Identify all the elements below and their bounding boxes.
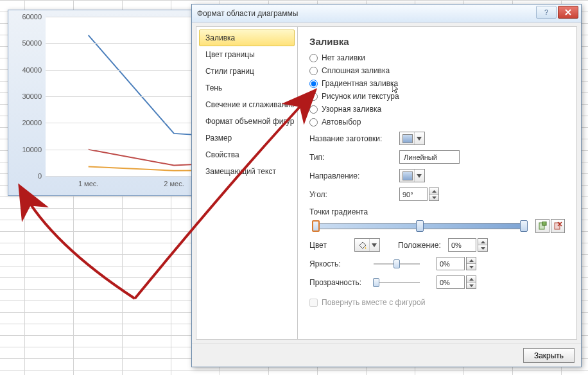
y-tick-label: 30000	[22, 92, 42, 100]
radio-input[interactable]	[309, 67, 318, 75]
category-item[interactable]: Заливка	[199, 30, 295, 46]
category-item[interactable]: Формат объемной фигуры	[199, 113, 295, 130]
svg-rect-1	[542, 222, 546, 225]
direction-label: Направление:	[309, 171, 399, 180]
fill-type-option[interactable]: Градиентная заливка	[309, 79, 565, 88]
add-gradient-stop-button[interactable]	[535, 219, 549, 233]
angle-label: Угол:	[309, 190, 399, 199]
fill-type-radio-group: Нет заливкиСплошная заливкаГрадиентная з…	[309, 53, 565, 126]
transparency-label: Прозрачность:	[309, 278, 374, 287]
gradient-stop-3[interactable]	[520, 220, 528, 232]
gradient-stop-1[interactable]	[312, 220, 320, 232]
color-label: Цвет	[309, 241, 354, 250]
position-spinner[interactable]	[478, 238, 488, 252]
category-item[interactable]: Стили границ	[199, 63, 295, 80]
type-dropdown[interactable]: Линейный	[399, 150, 460, 164]
y-tick-label: 20000	[22, 119, 42, 126]
y-tick-label: 50000	[22, 39, 42, 47]
angle-spinner[interactable]	[429, 188, 439, 201]
rotate-with-shape-label: Повернуть вместе с фигурой	[322, 298, 425, 307]
radio-input[interactable]	[309, 105, 318, 114]
category-item[interactable]: Свечение и сглаживание	[199, 96, 295, 113]
gradient-stop-2[interactable]	[416, 220, 424, 232]
angle-input[interactable]: 90°	[399, 188, 428, 201]
category-item[interactable]: Цвет границы	[199, 46, 295, 63]
radio-input[interactable]	[309, 118, 318, 126]
category-list: ЗаливкаЦвет границыСтили границТеньСвече…	[196, 27, 298, 339]
cursor-icon	[392, 84, 401, 94]
dialog-titlebar[interactable]: Формат области диаграммы ?	[192, 4, 581, 22]
y-tick-label: 0	[38, 172, 42, 180]
fill-type-option[interactable]: Рисунок или текстура	[309, 92, 565, 101]
direction-swatch-icon	[402, 171, 413, 180]
color-dropdown[interactable]	[354, 238, 380, 252]
chart-y-axis: 0100002000030000400005000060000	[8, 17, 46, 176]
transparency-spinner[interactable]	[466, 275, 476, 289]
brightness-spinner[interactable]	[466, 257, 476, 270]
category-item[interactable]: Свойства	[199, 146, 295, 163]
transparency-input[interactable]: 0%	[437, 275, 465, 289]
dialog-title: Формат области диаграммы	[197, 9, 581, 18]
brightness-label: Яркость:	[309, 259, 374, 268]
category-item[interactable]: Замещающий текст	[199, 163, 295, 180]
preset-label: Название заготовки:	[309, 134, 399, 143]
category-item[interactable]: Тень	[199, 80, 295, 96]
paint-bucket-icon	[358, 241, 368, 250]
fill-type-option[interactable]: Узорная заливка	[309, 105, 565, 114]
y-tick-label: 10000	[22, 146, 42, 153]
rotate-with-shape-checkbox	[309, 299, 318, 307]
help-button[interactable]: ?	[536, 6, 557, 19]
y-tick-label: 40000	[22, 66, 42, 74]
close-window-button[interactable]	[558, 6, 578, 19]
position-label: Положение:	[398, 241, 448, 250]
position-input[interactable]: 0%	[448, 238, 476, 252]
x-tick-label: 1 мес.	[78, 180, 98, 188]
radio-input[interactable]	[309, 54, 318, 62]
radio-input[interactable]	[309, 92, 318, 101]
radio-input[interactable]	[309, 80, 318, 88]
transparency-slider[interactable]	[374, 276, 420, 289]
fill-type-option[interactable]: Сплошная заливка	[309, 66, 565, 75]
brightness-slider[interactable]	[374, 257, 420, 270]
fill-panel: Заливка Нет заливкиСплошная заливкаГради…	[298, 27, 576, 339]
remove-gradient-stop-button[interactable]	[551, 219, 565, 233]
fill-type-option[interactable]: Автовыбор	[309, 118, 565, 126]
brightness-input[interactable]: 0%	[437, 257, 465, 270]
close-button[interactable]: Закрыть	[523, 348, 575, 363]
gradient-stops-label: Точки градиента	[309, 207, 565, 216]
gradient-slider[interactable]	[309, 219, 530, 233]
section-title: Заливка	[309, 36, 565, 47]
x-tick-label: 2 мес.	[164, 180, 184, 188]
preset-swatch-icon	[402, 134, 413, 143]
format-chart-area-dialog: Формат области диаграммы ? ЗаливкаЦвет г…	[191, 4, 582, 367]
direction-dropdown[interactable]	[399, 169, 425, 182]
y-tick-label: 60000	[22, 13, 42, 21]
category-item[interactable]: Размер	[199, 130, 295, 146]
preset-dropdown[interactable]	[399, 132, 425, 145]
type-label: Тип:	[309, 153, 399, 162]
fill-type-option[interactable]: Нет заливки	[309, 53, 565, 62]
